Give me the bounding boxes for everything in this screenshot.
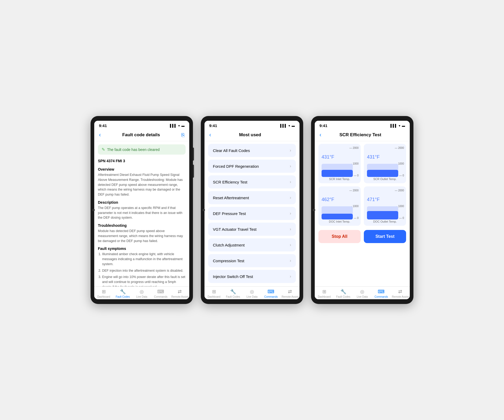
tab-faultcodes-1[interactable]: 🔧 Fault Codes <box>113 289 132 298</box>
battery-icon-1: ▬ <box>181 124 185 128</box>
tablet-2-screen: 9:41 ▌▌▌ ▾ ▬ ‹ Most used Clear All Fault… <box>204 121 300 299</box>
tab-dashboard-3[interactable]: ⊞ Dashboard <box>315 289 334 298</box>
chevron-3: › <box>290 180 291 184</box>
check-icon: ✎ <box>102 147 105 152</box>
tab-dashboard-2[interactable]: ⊞ Dashboard <box>204 289 223 298</box>
gauge-row-1: — 2000 431°F — 1000 — 0 SCR Inlet Temp. … <box>318 144 406 183</box>
screen1-content: ✎ The fault code has been cleared SPN 43… <box>94 141 189 286</box>
overview-title: Overview <box>98 167 186 171</box>
troubleshooting-text: Module has detected DEF pump speed above… <box>98 229 186 243</box>
tab-dashboard-1[interactable]: ⊞ Dashboard <box>94 289 113 298</box>
menu-reset-aftrtrmt[interactable]: Reset Aftertreatment › <box>208 191 296 204</box>
screen3-content: — 2000 431°F — 1000 — 0 SCR Inlet Temp. … <box>315 141 410 286</box>
camera-2 <box>202 209 205 211</box>
symptoms-title: Fault symptoms <box>98 246 186 251</box>
menu-dpf-regen[interactable]: Forced DPF Regeneration › <box>208 160 296 173</box>
tab-faultcodes-label-1: Fault Codes <box>116 295 130 298</box>
gauge-max-2: — 2000 <box>395 146 404 149</box>
menu-compression-label: Compression Test <box>213 259 244 263</box>
overview-text: Aftertreatment Diesel Exhaust Fluid Pump… <box>98 172 186 197</box>
share-button-1[interactable]: ⎘ <box>181 132 185 138</box>
gauge-bar-doc-inlet <box>322 206 353 219</box>
tab-remote-3[interactable]: ⇄ Remote Assist <box>391 289 410 298</box>
tab-faultcodes-label-3: Fault Codes <box>336 295 350 298</box>
tablet-3: 9:41 ▌▌▌ ▾ ▬ ‹ SCR Efficiency Test <box>311 116 413 304</box>
signal-icon-3: ▌▌▌ <box>390 124 397 128</box>
spn-code: SPN 4374 FMI 3 <box>94 158 189 166</box>
chevron-5: › <box>290 211 291 216</box>
tablet-1: 9:41 ▌▌▌ ▾ ▬ ‹ Fault code details ⎘ ✎ Th… <box>91 116 193 304</box>
description-section: Description The DEF pump operates at a s… <box>94 199 189 222</box>
menu-vgt-actuator[interactable]: VGT Actuator Travel Test › <box>208 223 296 236</box>
tab-livedata-1[interactable]: ◎ Live Data <box>132 289 151 298</box>
tab-dashboard-label-2: Dashboard <box>208 295 220 298</box>
tab-remote-1[interactable]: ⇄ Remote Assist <box>170 289 189 298</box>
tab-livedata-3[interactable]: ◎ Live Data <box>353 289 372 298</box>
tab-faultcodes-label-2: Fault Codes <box>226 295 240 298</box>
dashboard-icon-1: ⊞ <box>102 289 106 295</box>
menu-def-pressure[interactable]: DEF Pressure Test › <box>208 207 296 220</box>
menu-def-pressure-label: DEF Pressure Test <box>213 211 246 216</box>
description-text: The DEF pump operates at a specific RPM … <box>98 206 186 220</box>
gauge-zero-1: — 0 <box>354 174 359 177</box>
tab-faultcodes-3[interactable]: 🔧 Fault Codes <box>334 289 353 298</box>
battery-icon-2: ▬ <box>292 124 295 128</box>
tab-faultcodes-2[interactable]: 🔧 Fault Codes <box>223 289 242 298</box>
tab-commands-3[interactable]: ⌨ Commands <box>372 289 391 298</box>
chevron-6: › <box>290 227 291 232</box>
tab-remote-label-1: Remote Assist <box>171 295 188 298</box>
livedata-icon-1: ◎ <box>140 289 144 295</box>
chevron-2: › <box>290 164 291 169</box>
tab-livedata-label-1: Live Data <box>136 295 147 298</box>
battery-icon-3: ▬ <box>402 124 405 128</box>
status-bar-2: 9:41 ▌▌▌ ▾ ▬ <box>204 121 300 129</box>
menu-scr-test[interactable]: SCR Efficiency Test › <box>208 175 296 188</box>
scr-outlet-label: SCR Outlet Temp. <box>366 177 403 181</box>
menu-injector[interactable]: Injector Switch Off Test › <box>208 270 296 283</box>
tab-remote-2[interactable]: ⇄ Remote Assist <box>281 289 300 298</box>
gauge-fill-doc-outlet <box>367 211 398 220</box>
doc-outlet-value: 471°F <box>367 197 380 202</box>
dashboard-icon-2: ⊞ <box>212 289 216 295</box>
faultcodes-icon-1: 🔧 <box>120 289 126 295</box>
wifi-icon-3: ▾ <box>399 124 400 128</box>
symptom-3: Engine will go into 10% power derate aft… <box>102 275 186 286</box>
doc-inlet-label: DOC Inlet Temp. <box>321 220 358 223</box>
gauge-doc-outlet: — 2000 471°F — 1000 — 0 DOC Outlet Temp. <box>364 186 406 226</box>
gauge-row-2: — 2000 462°F — 1000 — 0 DOC Inlet Temp. … <box>318 186 406 226</box>
tab-dashboard-label-3: Dashboard <box>318 295 331 298</box>
tab-livedata-2[interactable]: ◎ Live Data <box>243 289 261 298</box>
gauge-zero-3: — 0 <box>354 217 359 219</box>
stop-all-button[interactable]: Stop All <box>318 230 361 243</box>
tablet-3-screen: 9:41 ▌▌▌ ▾ ▬ ‹ SCR Efficiency Test <box>315 121 410 299</box>
symptom-1: Illuminated amber check engine light, wi… <box>102 252 186 266</box>
tab-commands-label-2: Commands <box>264 295 278 298</box>
commands-icon-1: ⌨ <box>157 289 164 295</box>
back-button-1[interactable]: ‹ <box>99 132 101 138</box>
nav-header-3: ‹ SCR Efficiency Test <box>315 129 410 141</box>
back-button-3[interactable]: ‹ <box>319 132 321 138</box>
gauge-scr-outlet: — 2000 431°F — 1000 — 0 SCR Outlet Temp. <box>364 144 406 183</box>
menu-compression[interactable]: Compression Test › <box>208 254 296 267</box>
tab-commands-1[interactable]: ⌨ Commands <box>151 289 170 298</box>
start-test-button[interactable]: Start Test <box>364 230 406 243</box>
tab-commands-label-1: Commands <box>154 295 167 298</box>
wifi-icon-1: ▾ <box>178 124 180 128</box>
livedata-icon-3: ◎ <box>360 289 364 295</box>
doc-outlet-label: DOC Outlet Temp. <box>366 220 403 223</box>
doc-inlet-value: 462°F <box>322 197 334 202</box>
time-1: 9:41 <box>99 123 107 128</box>
dashboard-icon-3: ⊞ <box>322 289 326 295</box>
gauge-fill-scr-inlet <box>322 170 353 177</box>
screen3-title: SCR Efficiency Test <box>339 132 381 138</box>
wifi-icon-2: ▾ <box>288 124 290 128</box>
gauge-zero-2: — 0 <box>399 174 404 177</box>
status-bar-1: 9:41 ▌▌▌ ▾ ▬ <box>94 121 189 129</box>
menu-clear-faults[interactable]: Clear All Fault Codes › <box>208 144 296 157</box>
faultcodes-icon-3: 🔧 <box>340 289 346 295</box>
tab-commands-2[interactable]: ⌨ Commands <box>261 289 280 298</box>
tab-remote-label-3: Remote Assist <box>392 295 409 298</box>
back-button-2[interactable]: ‹ <box>209 132 211 138</box>
scr-inlet-label: SCR Inlet Temp. <box>321 177 358 181</box>
menu-clutch[interactable]: Clutch Adjustment › <box>208 238 296 251</box>
